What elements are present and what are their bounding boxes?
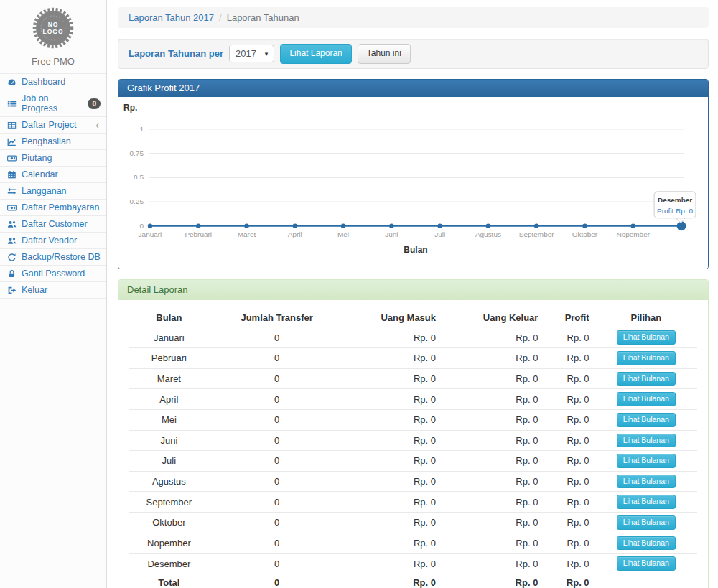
lihat-bulanan-button[interactable]: Lihat Bulanan <box>617 536 676 551</box>
year-select-value: 2017 <box>236 48 256 59</box>
main-content: Laporan Tahun 2017/Laporan Tahunan Lapor… <box>107 0 718 588</box>
breadcrumb: Laporan Tahun 2017/Laporan Tahunan <box>118 7 709 28</box>
sidebar-item-label: Piutang <box>22 153 52 163</box>
refresh-icon <box>7 253 17 262</box>
tasks-icon <box>7 99 17 108</box>
lihat-bulanan-button[interactable]: Lihat Bulanan <box>617 392 676 406</box>
total-jumlah-transfer: 0 <box>209 574 345 588</box>
cell-bulan: Juli <box>129 451 209 472</box>
cell-jumlah-transfer: 0 <box>209 368 345 389</box>
sidebar-item-label: Calendar <box>22 169 58 179</box>
svg-text:0.5: 0.5 <box>134 173 144 181</box>
table-total-row: Total0Rp. 0Rp. 0Rp. 0 <box>129 574 697 588</box>
table-row: April0Rp. 0Rp. 0Rp. 0Lihat Bulanan <box>129 389 697 410</box>
table-icon <box>7 121 17 130</box>
sidebar-item-ganti-password[interactable]: Ganti Password <box>0 266 106 282</box>
sidebar-item-daftar-pembayaran[interactable]: Daftar Pembayaran <box>0 200 106 216</box>
lihat-bulanan-button[interactable]: Lihat Bulanan <box>617 556 676 571</box>
profit-chart-panel: Grafik Profit 2017 10.750.50.250Rp.Janua… <box>118 79 709 270</box>
svg-text:Pebruari: Pebruari <box>185 230 212 238</box>
cell-uang-masuk: Rp. 0 <box>345 554 442 574</box>
cell-jumlah-transfer: 0 <box>209 409 345 430</box>
caret-down-icon: ▾ <box>265 50 269 57</box>
svg-text:Juni: Juni <box>385 230 398 238</box>
svg-text:0: 0 <box>139 221 144 229</box>
cell-uang-masuk: Rp. 0 <box>345 513 442 533</box>
lihat-bulanan-button[interactable]: Lihat Bulanan <box>617 495 676 509</box>
sidebar-item-label: Daftar Project <box>22 120 76 130</box>
table-row: Pebruari0Rp. 0Rp. 0Rp. 0Lihat Bulanan <box>129 347 697 368</box>
sidebar-item-backup-restore-db[interactable]: Backup/Restore DB <box>0 249 106 266</box>
table-row: Maret0Rp. 0Rp. 0Rp. 0Lihat Bulanan <box>129 368 697 389</box>
cell-profit: Rp. 0 <box>544 347 595 368</box>
sidebar-item-keluar[interactable]: Keluar <box>0 282 106 299</box>
table-row: September0Rp. 0Rp. 0Rp. 0Lihat Bulanan <box>129 492 697 513</box>
breadcrumb-link[interactable]: Laporan Tahun 2017 <box>129 12 214 23</box>
lihat-bulanan-button[interactable]: Lihat Bulanan <box>617 351 676 365</box>
cell-jumlah-transfer: 0 <box>209 492 345 513</box>
lihat-bulanan-button[interactable]: Lihat Bulanan <box>617 434 676 448</box>
cell-profit: Rp. 0 <box>544 430 595 451</box>
money-icon <box>7 154 17 163</box>
cell-profit: Rp. 0 <box>544 533 595 554</box>
column-header: Bulan <box>129 309 209 327</box>
cell-jumlah-transfer: 0 <box>209 554 345 574</box>
sidebar-item-label: Daftar Pembayaran <box>22 202 99 213</box>
cell-uang-masuk: Rp. 0 <box>345 327 442 348</box>
cell-bulan: Desember <box>129 554 209 574</box>
sidebar-item-daftar-project[interactable]: Daftar Project‹ <box>0 117 106 134</box>
sidebar-item-label: Daftar Customer <box>22 219 88 229</box>
cell-uang-masuk: Rp. 0 <box>345 409 442 430</box>
tahun-ini-button[interactable]: Tahun ini <box>358 44 411 64</box>
table-row: Desember0Rp. 0Rp. 0Rp. 0Lihat Bulanan <box>129 554 697 574</box>
svg-text:Bulan: Bulan <box>404 244 427 254</box>
sidebar-item-label: Penghasilan <box>22 136 71 146</box>
sidebar-item-daftar-vendor[interactable]: Daftar Vendor <box>0 233 106 249</box>
lihat-laporan-button[interactable]: Lihat Laporan <box>280 44 351 64</box>
sidebar-item-penghasilan[interactable]: Penghasilan <box>0 134 106 150</box>
sidebar-item-langganan[interactable]: Langganan <box>0 183 106 200</box>
cell-bulan: September <box>129 492 209 513</box>
lihat-bulanan-button[interactable]: Lihat Bulanan <box>617 454 676 468</box>
sidebar-item-dashboard[interactable]: Dashboard <box>0 74 106 90</box>
svg-text:April: April <box>288 230 302 238</box>
cell-jumlah-transfer: 0 <box>209 430 345 451</box>
cell-uang-masuk: Rp. 0 <box>345 492 442 513</box>
dashboard-icon <box>7 78 17 87</box>
lihat-bulanan-button[interactable]: Lihat Bulanan <box>617 330 676 345</box>
brand-block: NO LOGO Free PMO <box>0 0 106 67</box>
svg-text:Oktober: Oktober <box>572 230 598 238</box>
sidebar-item-piutang[interactable]: Piutang <box>0 150 106 167</box>
cell-uang-keluar: Rp. 0 <box>442 347 544 368</box>
sidebar-item-calendar[interactable]: Calendar <box>0 167 106 183</box>
lihat-bulanan-button[interactable]: Lihat Bulanan <box>617 372 676 386</box>
table-row: Agustus0Rp. 0Rp. 0Rp. 0Lihat Bulanan <box>129 471 697 492</box>
svg-text:0.75: 0.75 <box>130 149 144 157</box>
lihat-bulanan-button[interactable]: Lihat Bulanan <box>617 413 676 427</box>
cell-profit: Rp. 0 <box>544 389 595 410</box>
cell-uang-keluar: Rp. 0 <box>442 533 544 554</box>
lihat-bulanan-button[interactable]: Lihat Bulanan <box>617 475 676 489</box>
sidebar-item-daftar-customer[interactable]: Daftar Customer <box>0 216 106 233</box>
table-row: Januari0Rp. 0Rp. 0Rp. 0Lihat Bulanan <box>129 327 697 348</box>
lihat-bulanan-button[interactable]: Lihat Bulanan <box>617 515 676 530</box>
sidebar-item-label: Ganti Password <box>22 269 85 279</box>
svg-text:Profit Rp: 0: Profit Rp: 0 <box>657 206 693 214</box>
cell-uang-masuk: Rp. 0 <box>345 347 442 368</box>
app-layout: NO LOGO Free PMO DashboardJob on Progres… <box>0 0 718 588</box>
year-select[interactable]: 2017 ▾ <box>229 45 274 62</box>
sidebar-item-label: Langganan <box>22 186 67 196</box>
cell-bulan: Pebruari <box>129 347 209 368</box>
cell-bulan: Agustus <box>129 471 209 492</box>
profit-chart: 10.750.50.250Rp.JanuariPebruariMaretApri… <box>118 97 708 269</box>
calendar-icon <box>7 170 17 179</box>
breadcrumb-current: Laporan Tahunan <box>227 12 299 23</box>
cell-bulan: Nopember <box>129 533 209 554</box>
svg-text:Nopember: Nopember <box>616 230 650 238</box>
sidebar-item-job-on-progress[interactable]: Job on Progress0 <box>0 90 106 117</box>
sign-out-icon <box>7 286 17 295</box>
table-row: Mei0Rp. 0Rp. 0Rp. 0Lihat Bulanan <box>129 409 697 430</box>
cell-jumlah-transfer: 0 <box>209 327 345 348</box>
cell-jumlah-transfer: 0 <box>209 389 345 410</box>
cell-uang-keluar: Rp. 0 <box>442 513 544 533</box>
